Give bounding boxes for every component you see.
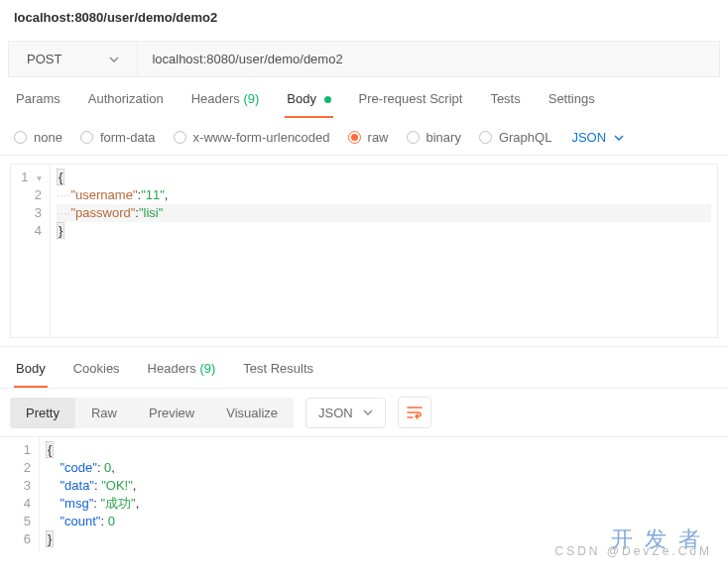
- body-type-graphql[interactable]: GraphQL: [479, 130, 551, 145]
- ws: ····: [57, 205, 70, 220]
- ws: [46, 460, 60, 475]
- radio-icon: [174, 131, 186, 144]
- body-type-raw-label: raw: [368, 130, 389, 145]
- body-type-binary-label: binary: [426, 130, 461, 145]
- brace: {: [46, 441, 54, 458]
- body-type-xwww[interactable]: x-www-form-urlencoded: [174, 130, 330, 145]
- editor-gutter: 123456: [0, 437, 40, 552]
- tab-settings[interactable]: Settings: [546, 91, 597, 118]
- chevron-down-icon: [614, 133, 624, 143]
- request-body-editor[interactable]: 1 ▾234 { ····"username":"11", ····"passw…: [10, 164, 718, 338]
- body-type-raw[interactable]: raw: [348, 130, 389, 145]
- body-type-row: none form-data x-www-form-urlencoded raw…: [0, 118, 728, 156]
- tab-pre-request[interactable]: Pre-request Script: [357, 91, 465, 118]
- body-type-none-label: none: [34, 130, 62, 145]
- json-val: "OK!": [101, 478, 133, 493]
- tab-headers-count: (9): [243, 91, 259, 106]
- ws: [46, 514, 60, 528]
- body-type-binary[interactable]: binary: [407, 130, 461, 145]
- radio-icon: [14, 131, 27, 144]
- json-key: "count": [60, 514, 100, 528]
- response-tab-cookies[interactable]: Cookies: [71, 361, 122, 388]
- json-key: "data": [60, 478, 94, 493]
- response-format-dropdown[interactable]: JSON: [305, 398, 386, 428]
- tab-headers-label: Headers: [191, 91, 240, 106]
- request-url-input[interactable]: [138, 42, 719, 76]
- radio-icon: [348, 131, 361, 144]
- response-body-editor[interactable]: 123456 { "code": 0, "data": "OK!", "msg"…: [0, 436, 728, 560]
- tab-body-label: Body: [287, 91, 316, 106]
- json-key: "username": [70, 187, 137, 202]
- response-tabs: Body Cookies Headers (9) Test Results: [0, 346, 728, 388]
- ws: [46, 496, 60, 511]
- body-type-xwww-label: x-www-form-urlencoded: [193, 130, 330, 145]
- json-key: "password": [70, 205, 135, 220]
- chevron-down-icon: [363, 408, 373, 417]
- brace: }: [46, 530, 54, 547]
- body-type-form-data[interactable]: form-data: [80, 130, 156, 145]
- wrap-lines-button[interactable]: [398, 397, 431, 428]
- chevron-down-icon: [109, 55, 119, 64]
- body-type-graphql-label: GraphQL: [499, 130, 551, 145]
- editor-code[interactable]: { "code": 0, "data": "OK!", "msg": "成功",…: [40, 437, 728, 552]
- body-format-label: JSON: [571, 130, 606, 145]
- tab-tests[interactable]: Tests: [488, 91, 522, 118]
- radio-icon: [479, 131, 492, 144]
- json-val: 0: [108, 514, 115, 528]
- view-pretty-button[interactable]: Pretty: [10, 398, 75, 428]
- comma: ,: [165, 187, 169, 202]
- body-type-form-data-label: form-data: [100, 130, 156, 145]
- json-val: "成功": [100, 496, 135, 511]
- response-tab-body[interactable]: Body: [14, 361, 48, 388]
- response-format-label: JSON: [318, 406, 353, 420]
- comma: ,: [136, 496, 140, 511]
- colon: :: [100, 514, 107, 528]
- response-controls: Pretty Raw Preview Visualize JSON: [0, 388, 728, 436]
- tab-params[interactable]: Params: [14, 91, 62, 118]
- http-method-label: POST: [27, 52, 61, 66]
- body-active-dot-icon: [324, 96, 331, 103]
- comma: ,: [133, 478, 137, 493]
- wrap-icon: [407, 406, 423, 419]
- response-tab-headers-count: (9): [199, 361, 215, 376]
- brace: {: [57, 169, 64, 185]
- ws: ····: [57, 187, 70, 202]
- response-tab-headers-label: Headers: [148, 361, 196, 376]
- tab-body[interactable]: Body: [285, 91, 332, 118]
- editor-gutter: 1 ▾234: [11, 165, 51, 337]
- brace: }: [57, 222, 64, 239]
- response-view-segment: Pretty Raw Preview Visualize: [10, 398, 294, 428]
- request-tab-title: localhost:8080/user/demo/demo2: [0, 0, 728, 35]
- request-tabs: Params Authorization Headers (9) Body Pr…: [0, 77, 728, 118]
- ws: [46, 478, 60, 493]
- radio-icon: [80, 131, 93, 144]
- json-key: "msg": [60, 496, 93, 511]
- view-preview-button[interactable]: Preview: [133, 398, 210, 428]
- http-method-dropdown[interactable]: POST: [9, 42, 138, 76]
- json-key: "code": [60, 460, 96, 475]
- view-raw-button[interactable]: Raw: [75, 398, 133, 428]
- editor-code[interactable]: { ····"username":"11", ····"password":"l…: [51, 165, 717, 337]
- json-val: "lisi": [139, 205, 163, 220]
- json-val: "11": [141, 187, 165, 202]
- view-visualize-button[interactable]: Visualize: [210, 398, 294, 428]
- tab-headers[interactable]: Headers (9): [189, 91, 262, 118]
- radio-icon: [407, 131, 420, 144]
- body-format-dropdown[interactable]: JSON: [571, 130, 624, 145]
- comma: ,: [111, 460, 115, 475]
- response-tab-headers[interactable]: Headers (9): [146, 361, 218, 388]
- body-type-none[interactable]: none: [14, 130, 62, 145]
- tab-authorization[interactable]: Authorization: [86, 91, 166, 118]
- request-url-bar: POST: [8, 41, 720, 77]
- response-tab-test-results[interactable]: Test Results: [241, 361, 315, 388]
